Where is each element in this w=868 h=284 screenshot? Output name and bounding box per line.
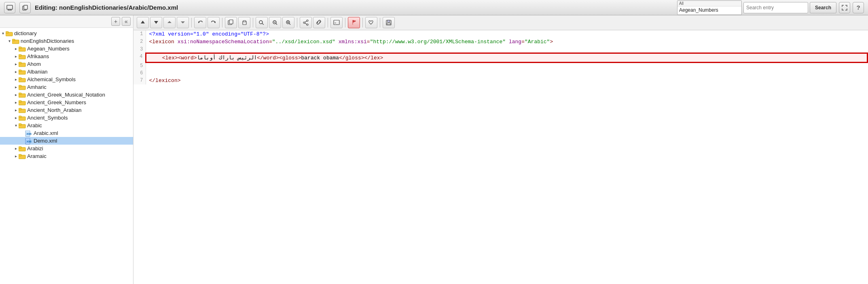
- sep4: [297, 18, 297, 27]
- tree-item-Ancient_Symbols[interactable]: ▸ Ancient_Symbols: [0, 114, 133, 122]
- code-line-7[interactable]: 7</lexicon>: [133, 77, 868, 84]
- flag-btn[interactable]: [348, 17, 360, 28]
- svg-rect-5: [24, 5, 28, 9]
- svg-text:>_: >_: [334, 21, 338, 25]
- svg-rect-17: [19, 70, 21, 72]
- redo-btn[interactable]: [207, 17, 220, 28]
- save-btn[interactable]: [383, 17, 395, 28]
- tree-toggle-Arabic[interactable]: ▾: [13, 123, 19, 128]
- sep1: [191, 18, 192, 27]
- move-down-btn[interactable]: [150, 17, 162, 28]
- page-title: Editing: nonEnglishDictionaries/Arabic/D…: [35, 4, 178, 11]
- search-button[interactable]: Search: [810, 2, 836, 13]
- tree-toggle-dictionary[interactable]: ▾: [0, 31, 6, 36]
- copy-icon-btn[interactable]: [19, 2, 31, 13]
- svg-rect-29: [19, 116, 21, 118]
- tree-label-dictionary: dictionary: [14, 30, 37, 36]
- tree-toggle-Arabizi[interactable]: ▸: [13, 146, 19, 151]
- tree-label-Albanian: Albanian: [27, 69, 48, 75]
- tree-toggle-Aramaic[interactable]: ▸: [13, 154, 19, 158]
- tree-item-Ancient_Greek_Numbers[interactable]: ▸ Ancient_Greek_Numbers: [0, 99, 133, 106]
- tree-toggle-Ancient_Greek_Numbers[interactable]: ▸: [13, 100, 19, 105]
- prev-entry-btn[interactable]: [163, 17, 176, 28]
- tree-toggle-Amharic[interactable]: ▸: [13, 85, 19, 89]
- tree-toggle-Ahom[interactable]: ▸: [13, 62, 19, 66]
- svg-text:XML: XML: [26, 140, 32, 143]
- line-content-5[interactable]: [146, 62, 868, 69]
- svg-rect-11: [19, 47, 21, 48]
- svg-rect-13: [19, 55, 21, 56]
- collapse-button[interactable]: «: [122, 17, 131, 26]
- line-content-1[interactable]: <?xml version="1.0" encoding="UTF-8"?>: [146, 30, 868, 38]
- tree-item-Amharic[interactable]: ▸ Amharic: [0, 83, 133, 91]
- tree-item-dictionary[interactable]: ▾ dictionary: [0, 29, 133, 37]
- monitor-icon-btn[interactable]: [4, 2, 15, 13]
- copy-docs-btn[interactable]: [225, 17, 237, 28]
- tree-item-Aramaic[interactable]: ▸ Aramaic: [0, 152, 133, 160]
- terminal-btn[interactable]: >_: [330, 17, 343, 28]
- tree-toggle-Aegean_Numbers[interactable]: ▸: [13, 46, 19, 51]
- zoom-out-btn[interactable]: [269, 17, 281, 28]
- code-line-4[interactable]: 4 <lex><word>الرئيس باراك أوباما</word><…: [133, 53, 868, 62]
- like-btn[interactable]: [365, 17, 377, 28]
- add-button[interactable]: +: [111, 17, 120, 26]
- tree-toggle-nonEnglishDictionaries[interactable]: ▾: [6, 39, 12, 43]
- zoom-in-btn[interactable]: [282, 17, 294, 28]
- tree-toggle-Alchemical_Symbols[interactable]: ▸: [13, 77, 19, 82]
- tree-item-Arabic_xml[interactable]: XML Arabic.xml: [0, 129, 133, 137]
- line-content-3[interactable]: [146, 46, 868, 53]
- tree-item-Demo_xml[interactable]: XML Demo.xml: [0, 137, 133, 145]
- tree-toggle-Ancient_North_Arabian[interactable]: ▸: [13, 108, 19, 112]
- svg-line-48: [276, 23, 277, 25]
- tree-item-Ancient_Greek_Musical_Notation[interactable]: ▸ Ancient_Greek_Musical_Notation: [0, 91, 133, 99]
- tree-item-Arabizi[interactable]: ▸ Arabizi: [0, 145, 133, 152]
- folder-icon: [19, 77, 26, 82]
- xml-file-icon: XML: [25, 130, 32, 136]
- svg-point-55: [307, 24, 308, 25]
- dropdown-top-label: All: [677, 1, 741, 6]
- line-number-7: 7: [133, 77, 146, 84]
- paste-btn[interactable]: [238, 17, 250, 28]
- svg-point-54: [307, 20, 308, 21]
- tree-toggle-Afrikaans[interactable]: ▸: [13, 54, 19, 59]
- dictionary-dropdown[interactable]: All Aegean_Numbers: [677, 0, 742, 15]
- code-line-3[interactable]: 3: [133, 46, 868, 53]
- code-line-5[interactable]: 5: [133, 62, 868, 69]
- tree-label-nonEnglishDictionaries: nonEnglishDictionaries: [21, 38, 74, 44]
- svg-rect-23: [19, 93, 21, 95]
- tree-item-Aegean_Numbers[interactable]: ▸ Aegean_Numbers: [0, 45, 133, 53]
- code-editor[interactable]: 1<?xml version="1.0" encoding="UTF-8"?>2…: [133, 30, 868, 284]
- tree-item-Albanian[interactable]: ▸ Albanian: [0, 68, 133, 76]
- tree-item-Alchemical_Symbols[interactable]: ▸ Alchemical_Symbols: [0, 76, 133, 83]
- tree-toggle-Ancient_Symbols[interactable]: ▸: [13, 116, 19, 120]
- tree-item-Afrikaans[interactable]: ▸ Afrikaans: [0, 53, 133, 60]
- next-entry-btn[interactable]: [177, 17, 189, 28]
- line-content-2[interactable]: <lexicon xsi:noNamespaceSchemaLocation="…: [146, 38, 868, 46]
- expand-icon-btn[interactable]: [839, 2, 850, 13]
- code-line-6[interactable]: 6: [133, 69, 868, 77]
- svg-rect-31: [19, 124, 21, 125]
- code-line-1[interactable]: 1<?xml version="1.0" encoding="UTF-8"?>: [133, 30, 868, 38]
- folder-icon: [19, 115, 26, 121]
- line-content-7[interactable]: </lexicon>: [146, 77, 868, 84]
- share-btn[interactable]: [300, 17, 312, 28]
- tree-item-Arabic[interactable]: ▾ Arabic: [0, 122, 133, 129]
- tree-item-Ancient_North_Arabian[interactable]: ▸ Ancient_North_Arabian: [0, 106, 133, 114]
- line-content-6[interactable]: [146, 69, 868, 77]
- search-docs-btn[interactable]: [256, 17, 268, 28]
- line-content-4[interactable]: <lex><word>الرئيس باراك أوباما</word><gl…: [146, 53, 868, 62]
- link-btn[interactable]: [313, 17, 325, 28]
- undo-btn[interactable]: [194, 17, 206, 28]
- search-input[interactable]: [743, 2, 808, 13]
- code-line-2[interactable]: 2<lexicon xsi:noNamespaceSchemaLocation=…: [133, 38, 868, 46]
- tree-item-Ahom[interactable]: ▸ Ahom: [0, 60, 133, 68]
- help-icon-btn[interactable]: ?: [853, 2, 864, 13]
- svg-rect-9: [12, 39, 15, 41]
- move-up-btn[interactable]: [137, 17, 149, 28]
- tree-item-nonEnglishDictionaries[interactable]: ▾ nonEnglishDictionaries: [0, 37, 133, 45]
- sep2: [222, 18, 222, 27]
- tree-toggle-Albanian[interactable]: ▸: [13, 69, 19, 74]
- tree-toggle-Ancient_Greek_Musical_Notation[interactable]: ▸: [13, 93, 19, 97]
- svg-rect-39: [19, 154, 21, 156]
- tree-label-Ancient_Symbols: Ancient_Symbols: [27, 115, 68, 121]
